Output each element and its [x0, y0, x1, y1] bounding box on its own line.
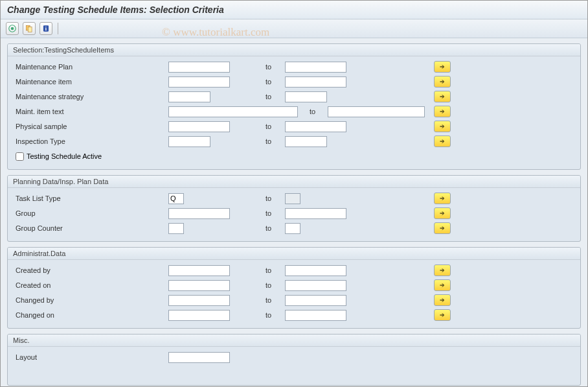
- execute-button[interactable]: [6, 22, 19, 35]
- maint-item-text-multi[interactable]: [434, 106, 451, 117]
- arrow-right-icon: [438, 224, 447, 232]
- changed-on-from[interactable]: [168, 310, 230, 321]
- physical-sample-multi[interactable]: [434, 121, 451, 132]
- arrow-right-icon: [438, 209, 447, 217]
- group-label: Group: [13, 209, 168, 217]
- to-label: to: [233, 311, 285, 319]
- info-button[interactable]: i: [40, 22, 52, 35]
- maintenance-strategy-from[interactable]: [168, 91, 210, 102]
- task-list-type-label: Task List Type: [13, 194, 168, 202]
- group-planning-title: Planning Data/Insp. Plan Data: [8, 176, 580, 188]
- changed-by-to[interactable]: [285, 295, 346, 306]
- group-misc-title: Misc.: [8, 334, 580, 347]
- group-planning: Planning Data/Insp. Plan Data Task List …: [7, 175, 581, 242]
- inspection-type-to[interactable]: [285, 136, 327, 147]
- created-by-label: Created by: [13, 266, 168, 274]
- changed-by-from[interactable]: [168, 295, 230, 306]
- arrow-right-icon: [438, 296, 447, 304]
- to-label: to: [233, 63, 285, 71]
- get-variant-button[interactable]: [23, 22, 36, 35]
- maintenance-plan-to[interactable]: [285, 62, 346, 73]
- task-list-type-from[interactable]: [168, 193, 184, 204]
- to-label: to: [233, 137, 285, 145]
- toolbar: i: [1, 19, 587, 38]
- group-counter-multi[interactable]: [434, 222, 451, 234]
- maintenance-item-multi[interactable]: [434, 76, 451, 88]
- arrow-right-icon: [438, 93, 447, 100]
- physical-sample-label: Physical sample: [13, 123, 168, 130]
- execute-icon: [8, 24, 17, 33]
- inspection-type-from[interactable]: [168, 136, 210, 147]
- arrow-right-icon: [438, 137, 447, 145]
- created-on-to[interactable]: [285, 280, 346, 291]
- group-admin: Administrat.Data Created by to Created o…: [7, 247, 581, 329]
- inspection-type-label: Inspection Type: [13, 137, 168, 145]
- to-label: to: [233, 281, 285, 289]
- created-on-multi[interactable]: [434, 279, 451, 291]
- group-multi[interactable]: [434, 207, 451, 219]
- maintenance-plan-from[interactable]: [168, 62, 230, 73]
- group-from[interactable]: [168, 208, 230, 219]
- to-label: to: [233, 266, 285, 274]
- physical-sample-from[interactable]: [168, 121, 230, 132]
- arrow-right-icon: [438, 123, 447, 130]
- created-by-multi[interactable]: [434, 264, 451, 276]
- testing-schedule-active-checkbox[interactable]: [16, 152, 24, 161]
- maintenance-item-label: Maintenance item: [13, 78, 168, 86]
- maintenance-strategy-multi[interactable]: [434, 91, 451, 102]
- to-label: to: [233, 224, 285, 232]
- layout-input[interactable]: [168, 352, 230, 363]
- changed-by-multi[interactable]: [434, 294, 451, 306]
- group-selection-title: Selection:TestingScheduleItems: [8, 44, 580, 56]
- info-icon: i: [41, 24, 51, 33]
- group-selection: Selection:TestingScheduleItems Maintenan…: [7, 43, 581, 170]
- svg-rect-3: [28, 27, 32, 32]
- changed-on-to[interactable]: [285, 310, 346, 321]
- maintenance-item-to[interactable]: [285, 76, 346, 88]
- to-label: to: [233, 296, 285, 304]
- created-by-to[interactable]: [285, 265, 346, 276]
- arrow-right-icon: [438, 194, 447, 202]
- arrow-right-icon: [438, 63, 447, 71]
- arrow-right-icon: [438, 311, 447, 319]
- svg-point-1: [11, 27, 14, 30]
- to-label: to: [233, 123, 285, 130]
- page-title: Change Testing Schedule Items: Selection…: [1, 1, 587, 19]
- changed-on-multi[interactable]: [434, 309, 451, 321]
- task-list-type-multi[interactable]: [434, 193, 451, 204]
- layout-label: Layout: [13, 353, 168, 361]
- maintenance-strategy-label: Maintenance strategy: [13, 93, 168, 100]
- maint-item-text-to[interactable]: [328, 106, 425, 117]
- group-counter-label: Group Counter: [13, 224, 168, 232]
- toolbar-separator: [58, 23, 58, 34]
- maintenance-plan-multi[interactable]: [434, 61, 451, 73]
- group-counter-from[interactable]: [168, 223, 184, 234]
- inspection-type-multi[interactable]: [434, 135, 451, 147]
- maint-item-text-label: Maint. item text: [13, 108, 168, 115]
- content-area: Selection:TestingScheduleItems Maintenan…: [1, 38, 587, 387]
- to-label: to: [233, 78, 285, 86]
- to-label: to: [233, 93, 285, 100]
- testing-schedule-active-label: Testing Schedule Active: [27, 152, 102, 160]
- group-admin-title: Administrat.Data: [8, 248, 580, 260]
- maintenance-item-from[interactable]: [168, 76, 230, 88]
- to-label: to: [233, 194, 285, 202]
- task-list-type-to: [285, 193, 300, 204]
- maint-item-text-from[interactable]: [168, 106, 298, 117]
- group-counter-to[interactable]: [285, 223, 300, 234]
- group-to[interactable]: [285, 208, 346, 219]
- group-misc: Misc. Layout: [7, 334, 581, 386]
- changed-by-label: Changed by: [13, 296, 168, 304]
- maintenance-plan-label: Maintenance Plan: [13, 63, 168, 71]
- maintenance-strategy-to[interactable]: [285, 91, 327, 102]
- arrow-right-icon: [438, 78, 447, 86]
- created-on-label: Created on: [13, 281, 168, 289]
- arrow-right-icon: [438, 108, 447, 115]
- created-by-from[interactable]: [168, 265, 230, 276]
- created-on-from[interactable]: [168, 280, 230, 291]
- arrow-right-icon: [438, 266, 447, 274]
- physical-sample-to[interactable]: [285, 121, 346, 132]
- arrow-right-icon: [438, 281, 447, 289]
- to-label: to: [310, 108, 328, 115]
- variant-icon: [25, 24, 34, 33]
